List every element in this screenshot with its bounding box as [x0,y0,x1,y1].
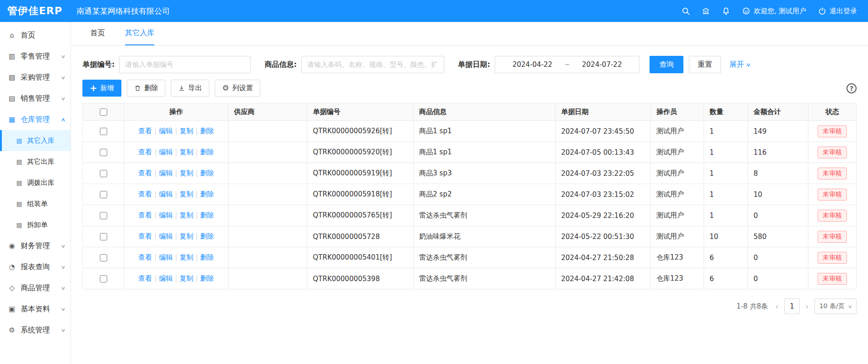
date-range-picker[interactable]: 2024-04-22 ~ 2024-07-22 [495,56,639,73]
reset-button[interactable]: 重置 [689,56,721,73]
status-cell: 未审核 [808,142,857,163]
edit-link[interactable]: 编辑 [159,148,173,156]
row-checkbox[interactable] [100,191,107,198]
view-link[interactable]: 查看 [138,274,152,283]
goods-cell: 雷达杀虫气雾剂 [414,247,556,268]
edit-link[interactable]: 编辑 [159,127,173,135]
copy-link[interactable]: 复制 [180,211,193,219]
sidebar-item-retail[interactable]: ▥ 零售管理 ∨ [0,46,71,67]
status-badge: 未审核 [818,252,847,264]
sidebar-item-finance[interactable]: ◉ 财务管理 ∨ [0,235,71,256]
delete-link[interactable]: 删除 [200,232,214,240]
filter-bar: 单据编号: 商品信息: 单据日期: 2024-04-22 ~ 2024-07-2… [82,56,857,73]
delete-link[interactable]: 删除 [200,148,214,156]
view-link[interactable]: 查看 [138,190,152,198]
next-page-icon[interactable]: › [804,301,810,311]
copy-link[interactable]: 复制 [180,127,193,135]
goods-info-input[interactable] [301,56,444,73]
view-link[interactable]: 查看 [138,232,152,240]
delete-link[interactable]: 删除 [200,211,214,219]
sidebar-item-home[interactable]: ⌂ 首页 [0,25,71,46]
table-row: 查看|编辑|复制|删除 QTRK00000005918[转] 商品2 sp2 2… [83,184,857,205]
delete-link[interactable]: 删除 [200,274,214,283]
delete-link[interactable]: 删除 [200,169,214,177]
date-end[interactable]: 2024-07-22 [582,60,622,69]
export-button[interactable]: 导出 [171,80,209,97]
view-link[interactable]: 查看 [138,148,152,156]
row-checkbox[interactable] [100,275,107,283]
view-link[interactable]: 查看 [138,211,152,219]
sidebar-item-other-outbound[interactable]: ▤ 其它出库 [0,151,71,172]
operator-cell: 测试用户 [651,205,704,226]
row-checkbox[interactable] [100,128,107,135]
column-header-amount: 金额合计 [748,103,808,121]
page-number[interactable]: 1 [784,299,800,314]
row-checkbox[interactable] [100,149,107,156]
chevron-down-icon: ∨ [61,75,66,81]
sidebar-item-label: 采购管理 [21,73,50,82]
row-checkbox[interactable] [100,170,107,177]
edit-link[interactable]: 编辑 [159,232,173,240]
copy-link[interactable]: 复制 [180,148,193,156]
search-icon[interactable] [682,7,690,15]
copy-link[interactable]: 复制 [180,274,193,283]
row-checkbox[interactable] [100,254,107,261]
edit-link[interactable]: 编辑 [159,253,173,261]
sidebar-item-assembly[interactable]: ▤ 组装单 [0,193,71,214]
row-checkbox[interactable] [100,212,107,219]
edit-link[interactable]: 编辑 [159,274,173,283]
logout-icon [818,7,826,15]
bill-no-input[interactable] [119,56,251,73]
edit-link[interactable]: 编辑 [159,169,173,177]
edit-link[interactable]: 编辑 [159,211,173,219]
operator-cell: 测试用户 [651,163,704,184]
sidebar-item-system[interactable]: ⚙ 系统管理 ∨ [0,320,71,341]
select-all-checkbox[interactable] [100,109,107,116]
copy-link[interactable]: 复制 [180,253,193,261]
sidebar-item-disassembly[interactable]: ▤ 拆卸单 [0,214,71,235]
gear-icon: ⚙ [222,84,229,92]
date-cell: 2024-07-07 23:45:50 [556,121,651,142]
delete-link[interactable]: 删除 [200,190,214,198]
column-settings-button[interactable]: ⚙ 列设置 [215,80,260,97]
sidebar-item-other-inbound[interactable]: ▤ 其它入库 [0,130,71,151]
row-checkbox[interactable] [100,233,107,240]
add-button[interactable]: + 新增 [82,80,121,97]
expand-toggle[interactable]: 展开 ∨ [729,60,750,70]
supplier-cell [229,163,307,184]
main-area: 首页 其它入库 单据编号: 商品信息: 单据日期: 2024-04-22 ~ 2… [71,22,868,364]
sidebar-item-sales[interactable]: ▤ 销售管理 ∨ [0,88,71,109]
help-icon[interactable]: ? [846,83,857,93]
logout-button[interactable]: 退出登录 [818,7,857,16]
copy-link[interactable]: 复制 [180,190,193,198]
document-icon: ▤ [16,137,23,144]
sidebar-item-basic-data[interactable]: ▣ 基本资料 ∨ [0,299,71,320]
prev-page-icon[interactable]: ‹ [774,301,780,311]
view-link[interactable]: 查看 [138,127,152,135]
view-link[interactable]: 查看 [138,253,152,261]
page-size-select[interactable]: 10 条/页 ∨ [814,299,857,314]
tab-other-inbound[interactable]: 其它入库 [125,22,154,45]
sidebar-item-label: 仓库管理 [21,115,50,125]
sidebar-item-transfer-outbound[interactable]: ▤ 调拨出库 [0,172,71,193]
welcome-user[interactable]: 欢迎您, 测试用户 [742,7,806,16]
delete-link[interactable]: 删除 [200,127,214,135]
sidebar-item-warehouse[interactable]: ▦ 仓库管理 ∧ [0,109,71,130]
copy-link[interactable]: 复制 [180,169,193,177]
copy-link[interactable]: 复制 [180,232,193,240]
tab-home[interactable]: 首页 [90,22,105,45]
sidebar-item-goods[interactable]: ◇ 商品管理 ∨ [0,277,71,299]
sidebar-item-reports[interactable]: ◔ 报表查询 ∨ [0,256,71,277]
status-cell: 未审核 [808,205,857,226]
goods-icon: ◇ [8,284,16,292]
delete-link[interactable]: 删除 [200,253,214,261]
sidebar-item-purchase[interactable]: ▧ 采购管理 ∨ [0,67,71,88]
building-icon[interactable] [702,7,710,15]
view-link[interactable]: 查看 [138,169,152,177]
chevron-down-icon: ∨ [61,327,66,333]
date-start[interactable]: 2024-04-22 [513,60,552,69]
search-button[interactable]: 查询 [650,56,683,73]
edit-link[interactable]: 编辑 [159,190,173,198]
delete-button[interactable]: 删除 [127,80,165,97]
bell-icon[interactable] [722,7,730,15]
